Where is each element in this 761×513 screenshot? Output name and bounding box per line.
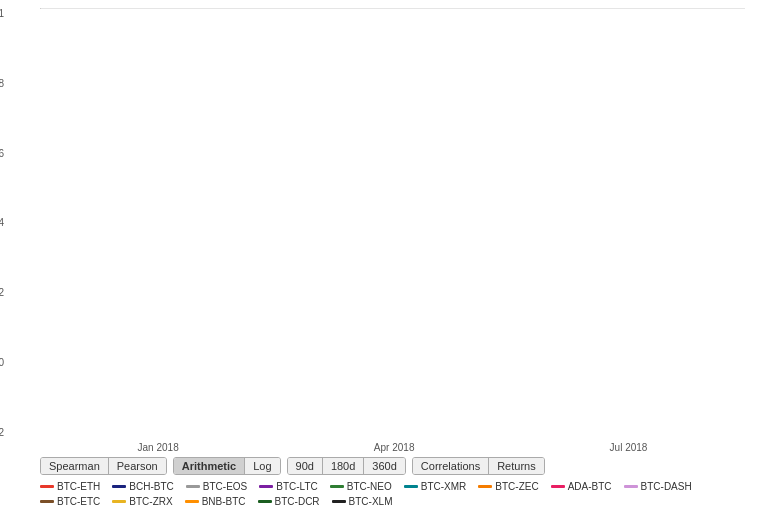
y-label-neg02: -0.2 bbox=[0, 427, 4, 438]
legend-btc-dash: BTC-DASH bbox=[624, 481, 692, 492]
returns-button[interactable]: Returns bbox=[489, 458, 544, 474]
legend-btc-dcr: BTC-DCR bbox=[258, 496, 320, 507]
legend-label-btc-xmr: BTC-XMR bbox=[421, 481, 467, 492]
arithmetic-button[interactable]: Arithmetic bbox=[174, 458, 245, 474]
legend-btc-zrx: BTC-ZRX bbox=[112, 496, 172, 507]
legend-label-bch-btc: BCH-BTC bbox=[129, 481, 173, 492]
90d-button[interactable]: 90d bbox=[288, 458, 323, 474]
legend-bch-btc: BCH-BTC bbox=[112, 481, 173, 492]
y-label-06: 0.6 bbox=[0, 148, 4, 159]
spearman-button[interactable]: Spearman bbox=[41, 458, 109, 474]
legend-dot-ada-btc bbox=[551, 485, 565, 488]
period-group: 90d 180d 360d bbox=[287, 457, 406, 475]
controls-bar: Spearman Pearson Arithmetic Log 90d 180d… bbox=[40, 457, 753, 475]
legend-label-btc-ltc: BTC-LTC bbox=[276, 481, 317, 492]
legend-dot-bnb-btc bbox=[185, 500, 199, 503]
y-axis: 1 0.8 0.6 0.4 0.2 0 -0.2 bbox=[0, 8, 8, 438]
legend-label-btc-eos: BTC-EOS bbox=[203, 481, 247, 492]
legend-dot-btc-neo bbox=[330, 485, 344, 488]
y-label-0: 0 bbox=[0, 357, 4, 368]
chart-area bbox=[40, 8, 745, 9]
legend-dot-btc-dcr bbox=[258, 500, 272, 503]
legend-dot-bch-btc bbox=[112, 485, 126, 488]
legend-btc-ltc: BTC-LTC bbox=[259, 481, 317, 492]
legend-btc-xlm: BTC-XLM bbox=[332, 496, 393, 507]
legend-bnb-btc: BNB-BTC bbox=[185, 496, 246, 507]
360d-button[interactable]: 360d bbox=[364, 458, 404, 474]
legend-dot-btc-dash bbox=[624, 485, 638, 488]
legend-dot-btc-zec bbox=[478, 485, 492, 488]
y-label-08: 0.8 bbox=[0, 78, 4, 89]
legend-btc-eos: BTC-EOS bbox=[186, 481, 247, 492]
y-label-1: 1 bbox=[0, 8, 4, 19]
180d-button[interactable]: 180d bbox=[323, 458, 364, 474]
legend-dot-btc-etc bbox=[40, 500, 54, 503]
x-label-jan: Jan 2018 bbox=[138, 442, 179, 453]
correlation-type-group: Spearman Pearson bbox=[40, 457, 167, 475]
log-button[interactable]: Log bbox=[245, 458, 279, 474]
x-label-jul: Jul 2018 bbox=[610, 442, 648, 453]
legend-btc-eth: BTC-ETH bbox=[40, 481, 100, 492]
legend-dot-btc-ltc bbox=[259, 485, 273, 488]
x-axis: Jan 2018 Apr 2018 Jul 2018 bbox=[40, 442, 745, 453]
y-label-04: 0.4 bbox=[0, 217, 4, 228]
pearson-button[interactable]: Pearson bbox=[109, 458, 166, 474]
legend-label-bnb-btc: BNB-BTC bbox=[202, 496, 246, 507]
legend-dot-btc-xlm bbox=[332, 500, 346, 503]
legend: BTC-ETH BCH-BTC BTC-EOS BTC-LTC BTC-NEO … bbox=[40, 481, 745, 507]
legend-dot-btc-eos bbox=[186, 485, 200, 488]
legend-label-btc-zec: BTC-ZEC bbox=[495, 481, 538, 492]
legend-btc-zec: BTC-ZEC bbox=[478, 481, 538, 492]
legend-label-btc-xlm: BTC-XLM bbox=[349, 496, 393, 507]
scale-type-group: Arithmetic Log bbox=[173, 457, 281, 475]
y-label-02: 0.2 bbox=[0, 287, 4, 298]
legend-dot-btc-eth bbox=[40, 485, 54, 488]
legend-label-btc-neo: BTC-NEO bbox=[347, 481, 392, 492]
legend-label-btc-dcr: BTC-DCR bbox=[275, 496, 320, 507]
legend-label-btc-zrx: BTC-ZRX bbox=[129, 496, 172, 507]
legend-label-btc-etc: BTC-ETC bbox=[57, 496, 100, 507]
correlations-button[interactable]: Correlations bbox=[413, 458, 489, 474]
legend-dot-btc-xmr bbox=[404, 485, 418, 488]
legend-label-ada-btc: ADA-BTC bbox=[568, 481, 612, 492]
x-label-apr: Apr 2018 bbox=[374, 442, 415, 453]
main-container: 1 0.8 0.6 0.4 0.2 0 -0.2 bbox=[0, 0, 761, 513]
legend-label-btc-eth: BTC-ETH bbox=[57, 481, 100, 492]
legend-btc-xmr: BTC-XMR bbox=[404, 481, 467, 492]
legend-btc-neo: BTC-NEO bbox=[330, 481, 392, 492]
legend-ada-btc: ADA-BTC bbox=[551, 481, 612, 492]
legend-dot-btc-zrx bbox=[112, 500, 126, 503]
legend-label-btc-dash: BTC-DASH bbox=[641, 481, 692, 492]
legend-btc-etc: BTC-ETC bbox=[40, 496, 100, 507]
view-type-group: Correlations Returns bbox=[412, 457, 545, 475]
